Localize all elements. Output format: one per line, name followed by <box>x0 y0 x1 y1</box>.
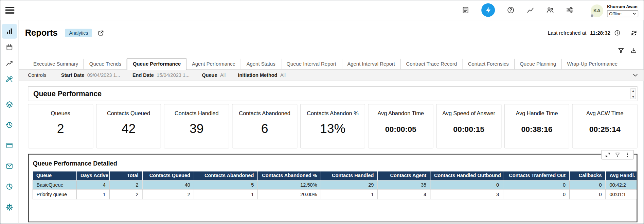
tab-queue-trends[interactable]: Queue Trends <box>84 59 127 69</box>
topbar: KA Khurram Awan Offline <box>0 0 644 20</box>
download-icon[interactable] <box>630 47 637 54</box>
table-cell[interactable]: 29 <box>321 180 378 190</box>
sidebar-item-reports[interactable] <box>2 24 17 39</box>
expand-icon[interactable] <box>605 152 610 157</box>
column-header[interactable]: Contacts Queued <box>142 171 194 180</box>
scroll-spinner[interactable]: ▲ ▼ <box>630 88 636 99</box>
column-header[interactable]: Contacts Handled <box>321 171 378 180</box>
sliders-icon[interactable] <box>566 6 574 14</box>
chevron-down-icon <box>632 12 636 15</box>
filter-icon[interactable] <box>618 47 624 54</box>
control-start-date[interactable]: Start Date09/04/2023 1... <box>61 72 120 78</box>
sidebar-item-settings[interactable] <box>2 200 17 215</box>
sidebar-item-history[interactable] <box>2 118 17 133</box>
info-icon[interactable] <box>614 30 621 36</box>
metrics-icon[interactable] <box>526 6 534 14</box>
table-row[interactable]: Priority queue 1 2 2 1 20.00% 1 4 3 0 0 <box>33 189 637 199</box>
table-cell[interactable]: 0 <box>570 189 606 199</box>
table-cell[interactable]: 5 <box>194 180 257 190</box>
table-cell[interactable]: 35 <box>378 180 430 190</box>
table-cell[interactable]: BasicQueue <box>33 180 76 190</box>
table-cell[interactable]: 0 <box>503 180 570 190</box>
table-cell[interactable]: 40 <box>142 180 194 190</box>
sidebar-item-layers[interactable] <box>2 97 17 112</box>
sidebar-item-metrics[interactable] <box>2 56 17 71</box>
window-icon <box>6 142 13 149</box>
sidebar-item-mail[interactable] <box>2 159 17 174</box>
sidebar-item-calendar[interactable] <box>2 40 17 55</box>
section-header: Queue Performance ▲ ▼ <box>28 86 637 101</box>
table-cell[interactable]: 1 <box>194 189 257 199</box>
tab-agent-performance[interactable]: Agent Performance <box>186 59 241 69</box>
table-cell[interactable]: 2 <box>142 189 194 199</box>
tab-contact-forensics[interactable]: Contact Forensics <box>463 59 514 69</box>
pie-chart-icon <box>6 183 13 190</box>
tab-contract-trace-record[interactable]: Contract Trace Record <box>401 59 463 69</box>
filter-icon[interactable] <box>615 152 620 157</box>
users-icon[interactable] <box>546 6 554 14</box>
table-cell[interactable]: 00:42:2 <box>606 180 637 190</box>
report-toolbar <box>25 47 638 54</box>
layers-icon <box>6 101 13 108</box>
control-queue[interactable]: QueueAll <box>202 72 226 78</box>
table-cell[interactable]: 20.00% <box>258 189 321 199</box>
notes-icon[interactable] <box>462 6 469 14</box>
avatar[interactable]: KA <box>591 4 603 17</box>
control-end-date[interactable]: End Date15/04/2023 1... <box>132 72 190 78</box>
refresh-icon[interactable] <box>630 29 638 36</box>
external-link-icon[interactable] <box>97 29 105 36</box>
kebab-icon[interactable] <box>625 152 630 157</box>
table-clip: Queue Days Active Total Contacts Queued … <box>33 171 637 199</box>
tab-wrap-up-performance[interactable]: Wrap-Up Performance <box>562 59 623 69</box>
table-cell[interactable]: 3 <box>430 189 503 199</box>
tab-agent-status[interactable]: Agent Status <box>241 59 281 69</box>
column-header[interactable]: Contacts Abandoned <box>194 171 257 180</box>
status-select[interactable]: Offline <box>607 10 638 17</box>
help-icon[interactable] <box>507 6 515 14</box>
table-cell[interactable]: 0 <box>430 180 503 190</box>
scroll-up-icon[interactable]: ▲ <box>632 90 634 92</box>
table-cell[interactable]: 1 <box>77 189 110 199</box>
sidebar-item-tools[interactable] <box>2 72 17 87</box>
column-header[interactable]: Contacts Tranferred Out <box>503 171 570 180</box>
flash-icon[interactable] <box>481 3 495 17</box>
user-name: Khurram Awan <box>607 4 638 9</box>
table-cell[interactable]: 4 <box>77 180 110 190</box>
tab-queue-planning[interactable]: Queue Planning <box>515 59 562 69</box>
table-cell[interactable]: Priority queue <box>33 189 76 199</box>
chevron-down-icon[interactable] <box>632 72 639 79</box>
column-header[interactable]: Queue <box>33 171 76 180</box>
page-title: Reports <box>25 28 58 38</box>
table-cell[interactable]: 0 <box>570 180 606 190</box>
table-cell[interactable]: 0 <box>503 189 570 199</box>
tools-icon <box>6 75 13 83</box>
gear-icon <box>6 204 13 211</box>
table-cell[interactable]: 2 <box>109 189 142 199</box>
menu-icon[interactable] <box>5 7 15 13</box>
user-block: KA Khurram Awan Offline <box>591 3 638 17</box>
sidebar-item-pie[interactable] <box>2 179 17 194</box>
table-cell[interactable]: 1 <box>321 189 378 199</box>
topbar-actions: KA Khurram Awan Offline <box>462 3 638 17</box>
table-cell[interactable]: 00:01:1 <box>606 189 637 199</box>
tab-queue-interval-report[interactable]: Queue Interval Report <box>281 59 342 69</box>
table-row[interactable]: BasicQueue 4 2 40 5 12.50% 29 35 0 0 0 <box>33 180 637 190</box>
tab-queue-performance[interactable]: Queue Performance <box>127 58 186 70</box>
control-initiation-method[interactable]: Initiation MethodAll <box>238 72 286 78</box>
queue-performance-table: Queue Days Active Total Contacts Queued … <box>33 171 637 199</box>
tab-agent-interval-report[interactable]: Agent Interval Report <box>342 59 401 69</box>
scroll-down-icon[interactable]: ▼ <box>632 95 634 98</box>
column-header[interactable]: Avg Handl. <box>606 171 637 180</box>
table-cell[interactable]: 4 <box>378 189 430 199</box>
bar-chart-icon <box>6 28 13 35</box>
column-header[interactable]: Contacts Handled Outbound <box>430 171 503 180</box>
sidebar-item-window[interactable] <box>2 138 17 153</box>
column-header[interactable]: Total <box>109 171 142 180</box>
column-header[interactable]: Contacts Abandoned % <box>258 171 321 180</box>
table-cell[interactable]: 12.50% <box>258 180 321 190</box>
column-header[interactable]: Contacts Agent <box>378 171 430 180</box>
table-cell[interactable]: 2 <box>109 180 142 190</box>
tab-executive-summary[interactable]: Executive Summary <box>28 59 84 69</box>
column-header[interactable]: Days Active <box>77 171 110 180</box>
column-header[interactable]: Callbacks <box>570 171 606 180</box>
